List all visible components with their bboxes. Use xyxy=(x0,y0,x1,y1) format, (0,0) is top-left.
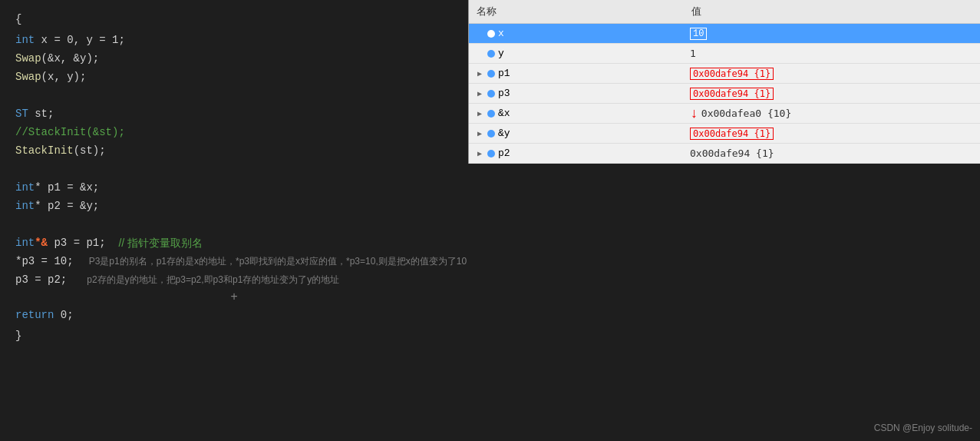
debug-header: 名称 值 xyxy=(469,0,980,24)
code-line-p2-decl: int * p2 = &y; xyxy=(0,197,468,215)
keyword-return: return xyxy=(15,307,54,323)
expand-arrow-p1: ▶ xyxy=(475,69,484,78)
cmt-stackinit: //StackInit(&st); xyxy=(15,124,125,141)
code-line-empty2 xyxy=(0,160,468,178)
code-text-p1-decl: * p1 = &x; xyxy=(35,179,99,196)
code-line-stackinit: StackInit (st); xyxy=(0,141,468,160)
dot-icon-addr-y xyxy=(487,130,495,138)
code-text-return: 0; xyxy=(54,307,73,323)
code-line-empty1 xyxy=(0,86,468,104)
var-name-y: y xyxy=(498,48,504,59)
plus-icon-line: + xyxy=(0,289,468,306)
value-box-p3: 0x00dafe94 {1} xyxy=(690,88,774,100)
code-line-p3-eq-p2: p3 = p2; p2存的是y的地址，把p3=p2,即p3和p1存的地址变为了y… xyxy=(0,270,468,289)
debug-row-addr-y-name: ▶ &y xyxy=(469,126,684,141)
value-addr-x: 0x00dafea0 {10} xyxy=(701,108,791,119)
code-block-p3-eq-p2: p3 = p2; p2存的是y的地址，把p3=p2,即p3和p1存的地址变为了y… xyxy=(0,270,468,289)
ann-p3-eq-p2: p2存的是y的地址，把p3=p2,即p3和p1存的地址变为了y的地址 xyxy=(67,271,339,288)
keyword-st: ST xyxy=(15,105,28,122)
expand-arrow-addr-y: ▶ xyxy=(475,129,484,138)
code-line-return: return 0; xyxy=(0,306,468,324)
brace-close-line: } xyxy=(0,324,468,347)
value-box-x: 10 xyxy=(690,28,707,40)
code-text-swap2: (x, y); xyxy=(41,68,87,85)
plus-icon: + xyxy=(230,290,238,304)
debug-row-addr-x[interactable]: ▶ &x ↓ 0x00dafea0 {10} xyxy=(469,104,980,124)
var-name-p1: p1 xyxy=(498,68,510,79)
dot-icon-p3 xyxy=(487,90,495,98)
code-line-p1-decl: int * p1 = &x; xyxy=(0,178,468,197)
expand-arrow-p3: ▶ xyxy=(475,89,484,98)
debug-row-x[interactable]: x 10 xyxy=(469,24,980,44)
value-box-addr-y: 0x00dafe94 {1} xyxy=(690,128,774,140)
debug-row-y-value: 1 xyxy=(684,46,980,61)
keyword-int-p1: int xyxy=(15,179,35,196)
code-ref-op: *& xyxy=(35,234,48,251)
var-name-x: x xyxy=(498,28,504,39)
var-name-addr-y: &y xyxy=(498,128,510,139)
code-line-empty3 xyxy=(0,215,468,234)
code-line-swap1: Swap (&x, &y); xyxy=(0,49,468,68)
debug-row-p3-value: 0x00dafe94 {1} xyxy=(684,86,980,101)
ann-p3-assign: P3是p1的别名，p1存的是x的地址，*p3即找到的是x对应的值，*p3=10,… xyxy=(74,253,467,270)
debug-row-x-name: x xyxy=(469,26,684,41)
debug-row-addr-y[interactable]: ▶ &y 0x00dafe94 {1} xyxy=(469,124,980,144)
code-text-p3-decl: p3 = p1; xyxy=(48,234,106,251)
debug-panel: 名称 值 x 10 y xyxy=(468,0,980,164)
code-text-p2-decl: * p2 = &y; xyxy=(35,197,99,214)
dot-icon-y xyxy=(487,50,495,58)
code-line-p3-assign: *p3 = 10; P3是p1的别名，p1存的是x的地址，*p3即找到的是x对应… xyxy=(0,252,468,270)
code-line-swap2: Swap (x, y); xyxy=(0,68,468,86)
expand-arrow-y xyxy=(475,49,484,58)
debug-row-p3[interactable]: ▶ p3 0x00dafe94 {1} xyxy=(469,84,980,104)
debug-row-p1[interactable]: ▶ p1 0x00dafe94 {1} xyxy=(469,64,980,84)
dot-icon-p1 xyxy=(487,70,495,78)
dot-icon-addr-x xyxy=(487,110,495,118)
debug-row-y-name: y xyxy=(469,46,684,61)
code-panel: { int x = 0, y = 1; Swap (&x, &y); Swap … xyxy=(0,0,468,355)
code-line-st-decl: ST st; xyxy=(0,104,468,123)
brace-open-line: { xyxy=(0,8,468,31)
code-text-int-decl: x = 0, y = 1; xyxy=(35,32,125,48)
expand-arrow-addr-x: ▶ xyxy=(475,109,484,118)
csdn-watermark: CSDN @Enjoy solitude- xyxy=(874,423,972,433)
debug-row-p2-value: 0x00dafe94 {1} xyxy=(684,146,980,161)
debug-row-x-value: 10 xyxy=(684,26,980,41)
fn-stackinit: StackInit xyxy=(15,142,74,159)
code-text-stackinit: (st); xyxy=(74,142,106,159)
keyword-int-p3: int xyxy=(15,234,35,251)
debug-row-y[interactable]: y 1 xyxy=(469,44,980,64)
keyword-int-p2: int xyxy=(15,197,35,214)
debug-rows: x 10 y 1 ▶ p1 xyxy=(469,24,980,164)
debug-row-addr-x-name: ▶ &x xyxy=(469,106,684,121)
code-line-int-decl: int x = 0, y = 1; xyxy=(0,31,468,49)
right-section: 名称 值 x 10 y xyxy=(468,0,980,441)
value-box-p1: 0x00dafe94 {1} xyxy=(690,68,774,80)
fn-swap2: Swap xyxy=(15,68,41,85)
keyword-int: int xyxy=(15,32,35,48)
code-line-p3-decl: int *& p3 = p1; // 指针变量取别名 xyxy=(0,234,468,252)
dot-icon-x xyxy=(487,30,495,38)
var-name-p2: p2 xyxy=(498,148,510,159)
debug-col-name-header: 名称 xyxy=(469,3,684,20)
code-text-p3-eq-p2: p3 = p2; xyxy=(15,271,67,288)
expand-arrow-x xyxy=(475,29,484,38)
code-text-p3-assign: *p3 = 10; xyxy=(15,253,74,270)
code-spacing-p3 xyxy=(106,234,119,251)
debug-row-p2[interactable]: ▶ p2 0x00dafe94 {1} xyxy=(469,144,980,164)
code-line-stackinit-cmt: //StackInit(&st); xyxy=(0,123,468,141)
debug-row-p1-value: 0x00dafe94 {1} xyxy=(684,66,980,81)
var-name-addr-x: &x xyxy=(498,108,510,119)
expand-arrow-p2: ▶ xyxy=(475,149,484,158)
red-arrow-icon: ↓ xyxy=(690,107,698,121)
brace-close: } xyxy=(15,330,21,342)
dot-icon-p2 xyxy=(487,150,495,158)
code-text-st-decl: st; xyxy=(28,105,54,122)
code-panel-wrapper: { int x = 0, y = 1; Swap (&x, &y); Swap … xyxy=(0,0,468,441)
debug-row-p3-name: ▶ p3 xyxy=(469,86,684,101)
brace-open: { xyxy=(15,13,21,25)
fn-swap1: Swap xyxy=(15,50,41,67)
cmt-p3-label: // 指针变量取别名 xyxy=(118,234,203,251)
debug-row-addr-y-value: 0x00dafe94 {1} xyxy=(684,126,980,141)
debug-col-value-header: 值 xyxy=(684,3,980,20)
